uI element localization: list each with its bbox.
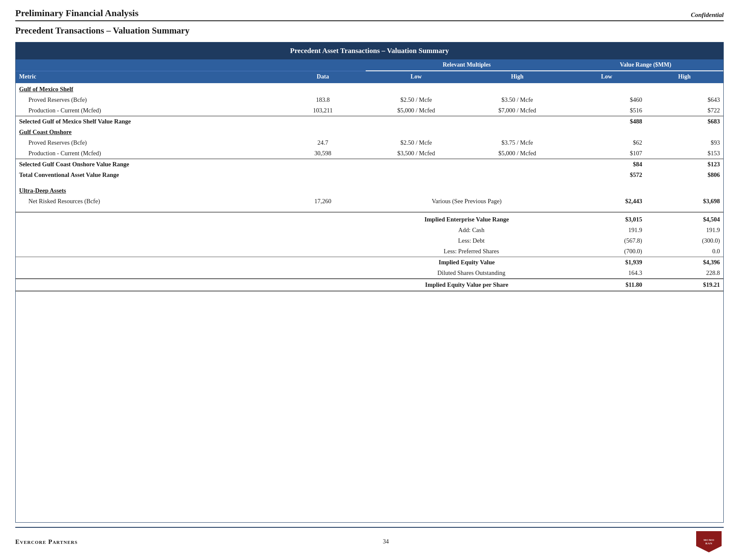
implied-equity-row: Implied Equity Value $1,939 $4,396	[16, 257, 723, 268]
page-title: Preliminary Financial Analysis	[15, 8, 139, 19]
footer-page-number: 34	[383, 538, 389, 545]
col-high-val-label: High	[646, 71, 723, 84]
production-gom-data: 103,211	[280, 105, 366, 116]
production-gom-low-mult: $5,000 / Mcfed	[366, 105, 467, 116]
gulf-coast-onshore-title: Gulf Coast Onshore	[16, 127, 723, 137]
diluted-shares-row: Diluted Shares Outstanding 164.3 228.8	[16, 268, 723, 279]
gco-selected-range-high: $123	[646, 159, 723, 170]
gco-selected-range-row: Selected Gulf Coast Onshore Value Range …	[16, 159, 723, 170]
add-cash-low: 191.9	[568, 225, 645, 235]
proved-reserves-gom-low-val: $460	[568, 95, 645, 105]
add-cash-label: Add: Cash	[366, 225, 568, 235]
page-footer: Evercore Partners 34 McMoRan	[15, 527, 724, 552]
mcmoran-logo: McMoRan	[694, 531, 724, 552]
total-conventional-low: $572	[568, 170, 645, 180]
ultra-deep-title: Ultra-Deep Assets	[16, 185, 723, 196]
gom-selected-range-high: $683	[646, 116, 723, 127]
confidential-label: Confidential	[691, 11, 724, 19]
implied-enterprise-high: $4,504	[646, 212, 723, 225]
less-debt-row: Less: Debt (567.8) (300.0)	[16, 235, 723, 246]
gco-selected-range-label: Selected Gulf Coast Onshore Value Range	[16, 159, 568, 170]
proved-reserves-gom-low-mult: $2.50 / Mcfe	[366, 95, 467, 105]
diluted-shares-high: 228.8	[646, 268, 723, 279]
gulf-mexico-shelf-title: Gulf of Mexico Shelf	[16, 84, 723, 95]
table-row: Proved Reserves (Bcfe) 24.7 $2.50 / Mcfe…	[16, 137, 723, 148]
col-low-mult-label: Low	[366, 71, 467, 84]
total-conventional-row: Total Conventional Asset Value Range $57…	[16, 170, 723, 180]
proved-reserves-gco-data: 24.7	[280, 137, 366, 148]
gom-selected-range-row: Selected Gulf of Mexico Shelf Value Rang…	[16, 116, 723, 127]
table-row: Production - Current (Mcfed) 30,598 $3,5…	[16, 148, 723, 159]
table-header-bar: Precedent Asset Transactions – Valuation…	[16, 42, 723, 59]
production-gco-high-mult: $5,000 / Mcfed	[467, 148, 568, 159]
proved-reserves-gco-low-val: $62	[568, 137, 645, 148]
footer-company-name: Evercore Partners	[15, 538, 78, 546]
total-conventional-high: $806	[646, 170, 723, 180]
implied-equity-per-share-low: $11.80	[568, 279, 645, 291]
production-gco-label: Production - Current (Mcfed)	[16, 148, 280, 159]
proved-reserves-gom-high-mult: $3.50 / Mcfe	[467, 95, 568, 105]
less-preferred-low: (700.0)	[568, 246, 645, 257]
table-row: Proved Reserves (Bcfe) 183.8 $2.50 / Mcf…	[16, 95, 723, 105]
ultra-deep-header: Ultra-Deep Assets	[16, 185, 723, 196]
implied-enterprise-low: $3,015	[568, 212, 645, 225]
less-preferred-row: Less: Preferred Shares (700.0) 0.0	[16, 246, 723, 257]
implied-equity-per-share-label: Implied Equity Value per Share	[366, 279, 568, 291]
production-gco-data: 30,598	[280, 148, 366, 159]
table-row: Net Risked Resources (Bcfe) 17,260 Vario…	[16, 196, 723, 207]
relevant-multiples-header: Relevant Multiples	[366, 59, 568, 71]
total-conventional-label: Total Conventional Asset Value Range	[16, 170, 568, 180]
implied-equity-high: $4,396	[646, 257, 723, 268]
less-preferred-label: Less: Preferred Shares	[366, 246, 568, 257]
less-preferred-high: 0.0	[646, 246, 723, 257]
net-risked-low-val: $2,443	[568, 196, 645, 207]
diluted-shares-label: Diluted Shares Outstanding	[366, 268, 568, 279]
production-gco-high-val: $153	[646, 148, 723, 159]
less-debt-low: (567.8)	[568, 235, 645, 246]
net-risked-high-val: $3,698	[646, 196, 723, 207]
implied-equity-label: Implied Equity Value	[366, 257, 568, 268]
less-debt-high: (300.0)	[646, 235, 723, 246]
production-gom-low-val: $516	[568, 105, 645, 116]
col-low-val-label: Low	[568, 71, 645, 84]
gulf-mexico-shelf-header: Gulf of Mexico Shelf	[16, 84, 723, 95]
gco-selected-range-low: $84	[568, 159, 645, 170]
net-risked-label: Net Risked Resources (Bcfe)	[16, 196, 280, 207]
col-group-row: Relevant Multiples Value Range ($MM)	[16, 59, 723, 71]
proved-reserves-gom-high-val: $643	[646, 95, 723, 105]
empty-header-2	[280, 59, 366, 71]
add-cash-row: Add: Cash 191.9 191.9	[16, 225, 723, 235]
diluted-shares-low: 164.3	[568, 268, 645, 279]
mcmoran-shield-icon: McMoRan	[696, 531, 722, 552]
col-high-mult-label: High	[467, 71, 568, 84]
implied-equity-per-share-row: Implied Equity Value per Share $11.80 $1…	[16, 279, 723, 291]
proved-reserves-gco-high-val: $93	[646, 137, 723, 148]
add-cash-high: 191.9	[646, 225, 723, 235]
production-gom-label: Production - Current (Mcfed)	[16, 105, 280, 116]
page-header: Preliminary Financial Analysis Confident…	[15, 8, 724, 21]
value-range-header: Value Range ($MM)	[568, 59, 723, 71]
table-row: Production - Current (Mcfed) 103,211 $5,…	[16, 105, 723, 116]
page-wrapper: Preliminary Financial Analysis Confident…	[0, 0, 739, 560]
proved-reserves-gco-low-mult: $2.50 / Mcfe	[366, 137, 467, 148]
production-gco-low-val: $107	[568, 148, 645, 159]
spacer-3	[16, 291, 723, 296]
proved-reserves-gco-label: Proved Reserves (Bcfe)	[16, 137, 280, 148]
proved-reserves-gco-high-mult: $3.75 / Mcfe	[467, 137, 568, 148]
gom-selected-range-label: Selected Gulf of Mexico Shelf Value Rang…	[16, 116, 568, 127]
production-gom-high-mult: $7,000 / Mcfed	[467, 105, 568, 116]
production-gom-high-val: $722	[646, 105, 723, 116]
spacer-1	[16, 180, 723, 185]
implied-enterprise-label-center: Implied Enterprise Value Range	[366, 212, 568, 225]
col-data-label: Data	[280, 71, 366, 84]
main-table-container: Precedent Asset Transactions – Valuation…	[15, 42, 724, 523]
spacer-2	[16, 207, 723, 212]
implied-equity-per-share-high: $19.21	[646, 279, 723, 291]
proved-reserves-gom-data: 183.8	[280, 95, 366, 105]
implied-equity-low: $1,939	[568, 257, 645, 268]
gom-selected-range-low: $488	[568, 116, 645, 127]
net-risked-data: 17,260	[280, 196, 366, 207]
col-metric-label: Metric	[16, 71, 280, 84]
col-label-row: Metric Data Low High Low High	[16, 71, 723, 84]
implied-enterprise-row: Implied Enterprise Value Range $3,015 $4…	[16, 212, 723, 225]
